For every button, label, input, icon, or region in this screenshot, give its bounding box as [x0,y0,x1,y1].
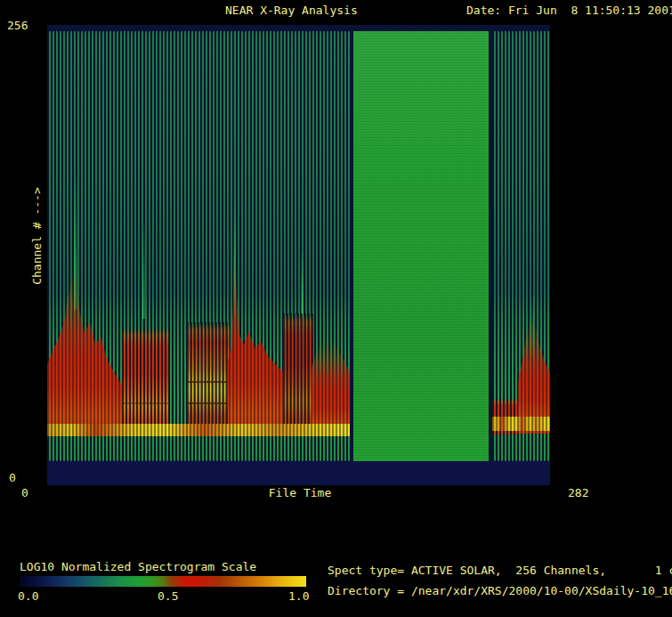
colorbar-tick-low: 0.0 [18,589,38,603]
y-axis-title: Channel # ---> [30,156,45,316]
top-no-signal-band [47,25,550,31]
colorbar-gradient [20,576,306,587]
data-gap-green-block [353,25,489,485]
page-title: NEAR X-Ray Analysis [225,4,358,17]
near-xray-analysis-screen: { "header": { "title": "NEAR X-Ray Analy… [0,0,672,617]
bottom-no-signal-band [47,461,550,485]
telemetry-stripe-overlay [47,31,350,461]
spectrogram-left-region [47,25,350,485]
no-data-gap-column [350,25,353,485]
x-axis-max-label: 282 [568,486,588,499]
colorbar-tick-high: 1.0 [288,589,309,603]
spectrogram-right-region [492,25,550,485]
x-axis-min-label: 0 [21,486,28,499]
colorbar-title: LOG10 Normalized Spectrogram Scale [20,560,256,573]
y-axis-min-label: 0 [9,471,16,484]
y-axis-max-label: 256 [7,19,28,32]
telemetry-stripe-overlay [492,31,550,461]
directory-line: Directory = /near/xdr/XRS/2000/10-00/XSd… [328,584,672,597]
colorbar-tick-mid: 0.5 [158,589,178,603]
spectrogram-plot [47,25,550,485]
spect-type-line: Spect type= ACTIVE SOLAR, 256 Channels, … [328,564,672,577]
date-stamp: Date: Fri Jun 8 11:50:13 2001 [466,4,672,17]
x-axis-title: File Time [255,486,344,499]
